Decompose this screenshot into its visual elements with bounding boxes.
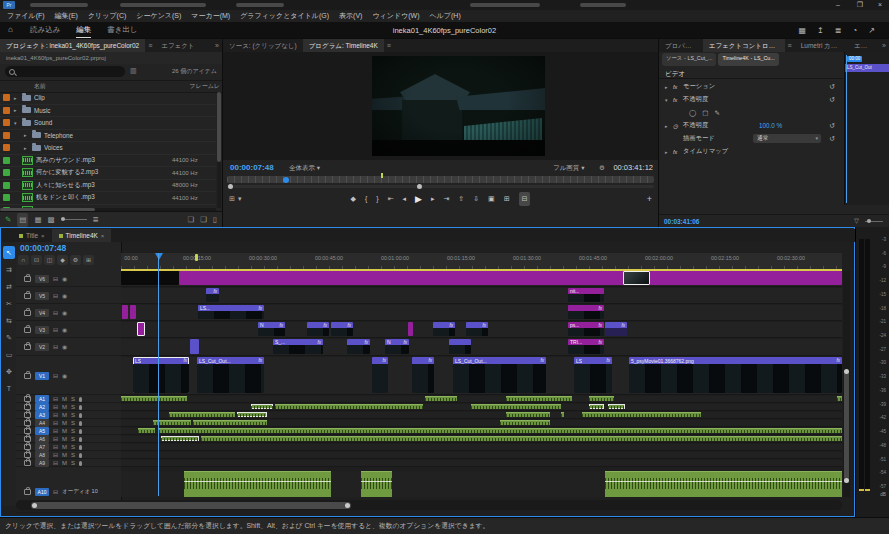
track-io-icon[interactable]: ⊟ (53, 411, 58, 419)
track-io-icon[interactable]: ⊟ (53, 309, 58, 317)
track-io-icon[interactable]: ⊟ (53, 343, 58, 351)
mute-icon[interactable]: M (62, 411, 67, 419)
step-back-icon[interactable]: ◂ (403, 192, 407, 206)
list-view-icon[interactable]: ▤ (17, 213, 28, 227)
column-framerate[interactable]: フレームレ (189, 81, 220, 92)
audio-clip[interactable] (837, 396, 842, 401)
timeline-vscrollbar[interactable] (843, 271, 850, 497)
add-marker-icon[interactable]: ◆ (351, 192, 356, 206)
track-lane-A2[interactable] (121, 404, 842, 411)
effect-param-row[interactable]: 描画モード通常▾↺ (659, 132, 843, 145)
timeline-clip[interactable] (179, 271, 842, 285)
audio-clip[interactable] (169, 412, 235, 417)
freeform-view-icon[interactable]: ▩ (47, 213, 54, 227)
rect-tool[interactable]: ▭ (3, 348, 15, 361)
project-item[interactable]: 人々に知らせる.mp348000 Hz (0, 180, 216, 193)
extract-icon[interactable]: ⇩ (473, 192, 479, 206)
tab-program-monitor[interactable]: プログラム: Timeline4K (303, 39, 384, 52)
audio-clip[interactable] (275, 404, 423, 409)
lock-icon[interactable] (24, 460, 31, 466)
search-input[interactable] (5, 66, 125, 77)
snap-icon[interactable]: ∩ (18, 255, 29, 265)
timeline-clip[interactable]: fx (433, 322, 455, 336)
reset-icon[interactable]: ↺ (829, 122, 835, 130)
track-lane-A9[interactable] (121, 460, 842, 467)
mask-ellipse-icon[interactable]: ◯ (689, 109, 696, 117)
twirl-icon[interactable]: ▸ (14, 107, 22, 113)
mask-rect-icon[interactable]: ▢ (702, 109, 708, 117)
timeline-clip[interactable]: LS...fx (198, 305, 264, 319)
voiceover-mic-icon[interactable] (79, 413, 82, 418)
go-to-out-icon[interactable]: ⇥ (443, 192, 449, 206)
zoom-handle-left[interactable] (228, 184, 233, 189)
add-marker-icon[interactable]: ◆ (57, 255, 68, 265)
label-chip[interactable] (3, 182, 10, 189)
timeline-clip[interactable] (121, 271, 179, 285)
timeline-clip[interactable] (137, 322, 145, 336)
timeline-clip[interactable]: ps...fx (568, 322, 604, 336)
audio-clip[interactable] (608, 404, 625, 409)
audio-clip[interactable] (251, 404, 273, 409)
track-eye-icon[interactable]: ◉ (62, 326, 67, 334)
mute-icon[interactable]: M (62, 403, 67, 411)
track-lane-A6[interactable] (121, 436, 842, 443)
new-item-icon[interactable]: ❑ (200, 213, 207, 227)
track-eye-icon[interactable]: ◉ (62, 372, 67, 380)
track-lane-V3[interactable]: Nfxfxfxfxfxps...fxfx (121, 322, 842, 338)
label-chip[interactable] (3, 144, 10, 151)
track-io-icon[interactable]: ⊟ (53, 419, 58, 427)
track-target-badge[interactable]: A5 (35, 427, 49, 435)
reset-icon[interactable]: ↺ (829, 96, 835, 104)
pencil-icon[interactable]: ✎ (5, 213, 11, 227)
mute-icon[interactable]: M (62, 451, 67, 459)
lock-icon[interactable] (24, 293, 31, 299)
label-chip[interactable] (3, 119, 10, 126)
project-item[interactable]: ▸Music (0, 105, 216, 118)
timeline-clip[interactable] (408, 322, 413, 336)
video-section-header[interactable]: ビデオ (659, 68, 843, 79)
track-io-icon[interactable]: ⊟ (53, 275, 58, 283)
more-panels-icon[interactable]: » (879, 39, 889, 52)
button-editor-icon[interactable]: + (647, 194, 652, 204)
header-tab-2[interactable]: 書き出し (107, 22, 137, 39)
export-frame-icon[interactable]: ▣ (488, 192, 495, 206)
scrub-track[interactable] (227, 176, 654, 183)
source-clip-button[interactable]: ソース・LS_Cut_... (662, 53, 716, 66)
hand-tool[interactable]: ✥ (3, 365, 15, 378)
twirl-icon[interactable]: ▸ (665, 84, 673, 90)
track-io-icon[interactable]: ⊟ (53, 435, 58, 443)
twirl-icon[interactable]: ▸ (665, 123, 673, 129)
video-frame[interactable] (372, 56, 545, 156)
stack-icon[interactable]: ≣ (835, 26, 842, 35)
timeline-clip[interactable]: fx (307, 322, 329, 336)
lock-icon[interactable] (24, 344, 31, 350)
twirl-icon[interactable]: ▾ (14, 120, 22, 126)
type-tool[interactable]: T (3, 382, 15, 395)
track-target-badge[interactable]: A2 (35, 403, 49, 411)
audio-clip[interactable] (361, 471, 392, 497)
project-item[interactable]: 机をドンと叩く.mp344100 Hz (0, 192, 216, 205)
track-lane-A3[interactable] (121, 412, 842, 419)
voiceover-mic-icon[interactable] (79, 445, 82, 450)
lock-icon[interactable] (24, 310, 31, 316)
track-lane-V2[interactable]: S_...fxfxNfxTRI...fx (121, 339, 842, 356)
mute-icon[interactable]: M (62, 459, 67, 467)
audio-clip[interactable] (561, 412, 564, 417)
solo-icon[interactable]: S (71, 411, 75, 419)
track-target-badge[interactable]: V5 (35, 292, 49, 300)
menu-item-5[interactable]: グラフィックとタイトル(G) (235, 10, 334, 22)
scroll-thumb[interactable] (31, 502, 351, 509)
tab-effects[interactable]: エフェクト (155, 39, 200, 52)
menu-item-0[interactable]: ファイル(F) (2, 10, 50, 22)
effect-param-row[interactable]: ◯▢✎ (659, 106, 843, 119)
audio-clip[interactable] (237, 412, 267, 417)
selection-tool[interactable]: ↖ (3, 246, 15, 259)
voiceover-mic-icon[interactable] (79, 421, 82, 426)
track-io-icon[interactable]: ⊟ (53, 292, 58, 300)
timeline-hscrollbar[interactable] (16, 500, 842, 510)
project-vscrollbar[interactable] (217, 92, 221, 208)
label-chip[interactable] (3, 132, 10, 139)
monitor-settings-icon[interactable]: ⚙ (599, 164, 605, 172)
ec-tab-2[interactable]: Lumetri カラー (795, 39, 848, 52)
icon-view-icon[interactable]: ▦ (34, 213, 41, 227)
